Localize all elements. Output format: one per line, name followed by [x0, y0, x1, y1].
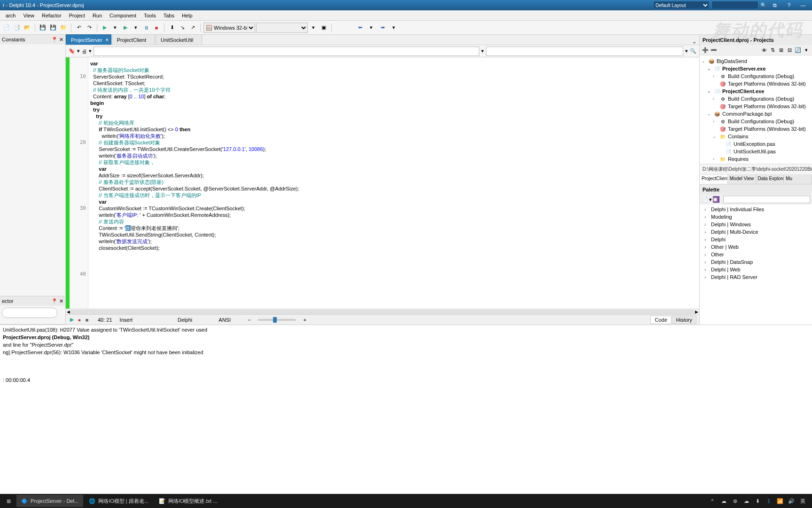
code-editor[interactable]: 10203040 var // 服务器端的Socket对象 ServerScok…: [66, 57, 699, 309]
tree-node[interactable]: ›⚙Build Configurations (Debug): [702, 118, 810, 125]
tab-projectclient[interactable]: ProjectClient: [112, 34, 155, 45]
nav-back-dropdown-icon[interactable]: ▾: [367, 23, 376, 32]
close-icon[interactable]: ✕: [59, 298, 63, 304]
tree-node[interactable]: ⌄📄ProjectServer.exe: [702, 65, 810, 72]
tray-language[interactable]: 英: [799, 497, 806, 505]
message-row[interactable]: UnitSocketUtil.pas(108): H2077 Value ass…: [3, 327, 809, 334]
search-icon[interactable]: 🔍: [690, 48, 696, 54]
taskbar-app-notepad[interactable]: 📝网络IO模型概述.txt ...: [154, 495, 222, 507]
menu-tabs[interactable]: Tabs: [160, 12, 178, 19]
step-over-icon[interactable]: ⬇: [167, 23, 177, 32]
menu-run[interactable]: Run: [89, 12, 106, 19]
search-icon[interactable]: 🔍: [760, 2, 767, 8]
palette-item[interactable]: ›Delphi | RAD Server: [701, 273, 811, 281]
code-content[interactable]: var // 服务器端的Socket对象 ServerScoket: TScok…: [88, 57, 699, 309]
menu-help[interactable]: Help: [178, 12, 196, 19]
taskbar-app-chrome[interactable]: 🌐网络IO模型 | 跟着老...: [84, 495, 153, 507]
scroll-right-icon[interactable]: ▶: [694, 310, 699, 314]
palette-item[interactable]: ›Other | Web: [701, 243, 811, 251]
proj-remove-icon[interactable]: ➖: [710, 47, 718, 54]
zoom-slider[interactable]: [258, 319, 296, 321]
view-tab-code[interactable]: Code: [650, 316, 671, 324]
zoom-in-icon[interactable]: +: [303, 317, 306, 323]
tab-unitsocketutil[interactable]: UnitSocketUtil: [156, 34, 202, 45]
tray-chevron-icon[interactable]: ^: [709, 497, 716, 505]
palette-search-input[interactable]: [723, 196, 810, 203]
scroll-left-icon[interactable]: ◀: [66, 310, 71, 314]
menu-view[interactable]: View: [19, 12, 38, 19]
project-tree[interactable]: ⌄📦BigDataSend⌄📄ProjectServer.exe›⚙Build …: [700, 56, 812, 164]
print-icon[interactable]: 🖨: [82, 48, 87, 54]
menu-refactor[interactable]: Refactor: [38, 12, 65, 19]
message-row[interactable]: ng] ProjectServer.dpr(56): W1036 Variabl…: [3, 349, 809, 357]
new-icon[interactable]: 📄: [2, 23, 11, 32]
tree-node[interactable]: ⌄📄ProjectClient.exe: [702, 87, 810, 95]
proj-sync-icon[interactable]: 🔄: [794, 47, 802, 54]
tray-down-icon[interactable]: ⬇: [754, 497, 761, 505]
tree-node[interactable]: 📄UnitException.pas: [702, 140, 810, 148]
nav-forward-dropdown-icon[interactable]: ▾: [389, 23, 398, 32]
stop-icon[interactable]: ■: [152, 23, 161, 32]
tray-wifi-icon[interactable]: 📶: [776, 497, 784, 505]
close-icon[interactable]: ✕: [105, 38, 109, 42]
proj-sort-icon[interactable]: ⇅: [769, 47, 776, 54]
message-row[interactable]: ProjectServer.dproj (Debug, Win32): [3, 334, 809, 342]
close-icon[interactable]: ✕: [59, 37, 63, 42]
palette-icon1[interactable]: 📄: [702, 197, 708, 203]
class-navigator-combo[interactable]: [94, 47, 479, 56]
redo-icon[interactable]: ↷: [85, 23, 94, 32]
insert-mode[interactable]: Insert: [120, 317, 133, 323]
dropdown-icon[interactable]: ▾: [77, 48, 80, 54]
view-tab-history[interactable]: History: [672, 316, 696, 324]
inspector-search-input[interactable]: [2, 308, 57, 318]
config-dropdown-icon[interactable]: ▾: [309, 23, 318, 32]
run-no-debug-icon[interactable]: ▶: [121, 23, 130, 32]
desktop-icon[interactable]: ⧉: [769, 1, 781, 9]
save-all-icon[interactable]: 💾: [48, 23, 58, 32]
tree-node[interactable]: ⌄📦BigDataSend: [702, 57, 810, 65]
tray-cloud-icon[interactable]: ☁: [720, 497, 727, 505]
title-search-input[interactable]: [711, 1, 758, 9]
palette-item[interactable]: ›Delphi | Multi-Device: [701, 228, 811, 236]
folder-icon[interactable]: 📁: [59, 23, 68, 32]
layout-selector[interactable]: Default Layout: [653, 1, 710, 9]
dropdown-icon[interactable]: ▾: [709, 197, 712, 203]
tree-node[interactable]: 🎯Target Platforms (Windows 32-bit): [702, 80, 810, 87]
config-selector[interactable]: [256, 23, 308, 33]
platform-selector[interactable]: 🪟 Windows 32-bit: [203, 23, 255, 33]
taskbar-app-delphi[interactable]: 🔷ProjectServer - Del...: [16, 495, 83, 507]
proj-filter-icon[interactable]: ▾: [803, 47, 810, 54]
nav-forward-icon[interactable]: ➡: [377, 23, 388, 32]
palette-list[interactable]: ›Delphi | Individual Files›Modeling›Delp…: [700, 205, 812, 325]
zoom-out-icon[interactable]: −: [248, 317, 250, 323]
tray-onedrive-icon[interactable]: ☁: [742, 497, 750, 505]
palette-item[interactable]: ›Delphi | Windows: [701, 221, 811, 228]
tray-app-icon[interactable]: ⊛: [731, 497, 739, 505]
dropdown-icon[interactable]: ▾: [481, 48, 484, 54]
tree-node[interactable]: ›📁Requires: [702, 155, 810, 163]
tree-node[interactable]: ›⚙Build Configurations (Debug): [702, 72, 810, 80]
nav-back-icon[interactable]: ⬅: [354, 23, 366, 32]
proj-tab-model[interactable]: Model View: [728, 175, 756, 184]
proj-expand-icon[interactable]: ⊞: [777, 47, 785, 54]
play-macro-icon[interactable]: ▶: [69, 317, 75, 323]
tree-node[interactable]: 🎯Target Platforms (Windows 32-bit): [702, 125, 810, 133]
tree-node[interactable]: ›⚙Build Configurations (Debug): [702, 95, 810, 103]
tabs-expand-icon[interactable]: ⌄: [692, 39, 696, 45]
run-icon[interactable]: ▶: [100, 23, 109, 32]
start-button[interactable]: ⊞: [2, 495, 16, 507]
messages-panel[interactable]: UnitSocketUtil.pas(108): H2077 Value ass…: [0, 325, 812, 376]
new-dropdown-icon[interactable]: 📑: [12, 23, 22, 32]
pin-icon[interactable]: 📍: [51, 37, 58, 42]
open-icon[interactable]: 📂: [23, 23, 32, 32]
palette-item[interactable]: ›Delphi | DataSnap: [701, 258, 811, 266]
tab-projectserver[interactable]: ProjectServer✕: [66, 34, 111, 45]
palette-icon2[interactable]: ▣: [713, 196, 719, 203]
menu-component[interactable]: Component: [106, 12, 140, 19]
proj-tab-mu[interactable]: Mu: [784, 175, 812, 184]
proj-collapse-icon[interactable]: ⊟: [786, 47, 793, 54]
message-row[interactable]: and line for "ProjectServer.dpr": [3, 342, 809, 349]
menu-project[interactable]: Project: [65, 12, 89, 19]
palette-item[interactable]: ›Delphi: [701, 236, 811, 243]
tree-node[interactable]: 🎯Target Platforms (Windows 32-bit): [702, 103, 810, 110]
